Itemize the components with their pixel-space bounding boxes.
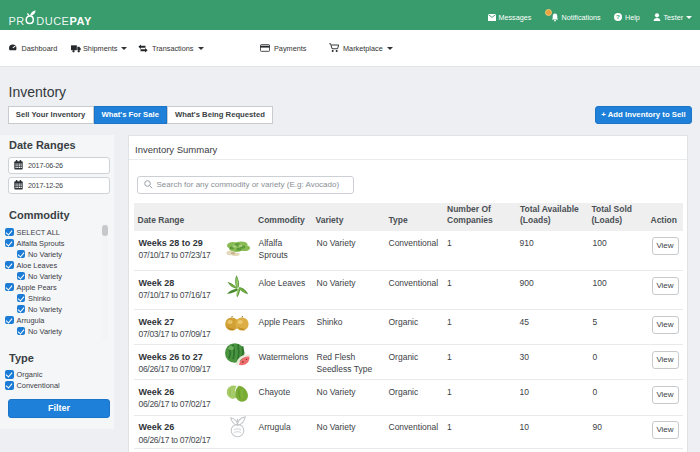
svg-text:?: ?	[616, 13, 620, 20]
